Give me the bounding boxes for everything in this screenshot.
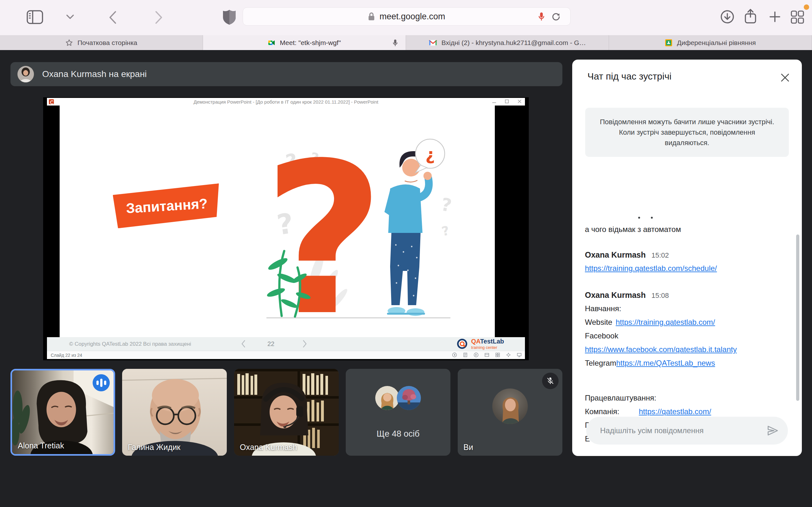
slide-statusbar: Слайд 22 из 24 bbox=[47, 351, 525, 359]
app-root: meet.google.com Початкова сторінка bbox=[0, 0, 812, 507]
tab-meet[interactable]: Meet: "etk-shjm-wgf" bbox=[203, 35, 406, 50]
speaking-indicator bbox=[93, 374, 110, 391]
tab-title: Вхідні (2) - khrystyna.huk2711@gmail.com… bbox=[442, 39, 586, 47]
chat-link[interactable]: https://training.qatestlab.com/schedule/ bbox=[585, 264, 717, 273]
sidebar-chevron-down-icon[interactable] bbox=[66, 14, 74, 19]
presenting-label: Oxana Kurmash на екрані bbox=[42, 69, 147, 79]
more-participants-label: Ще 48 осіб bbox=[346, 429, 450, 439]
status-reading-view-icon bbox=[506, 352, 511, 357]
message-label: Facebook bbox=[585, 331, 618, 341]
chat-link[interactable]: https://www.facebook.com/qatestlab.it.ta… bbox=[585, 345, 737, 354]
status-notes-icon bbox=[463, 352, 468, 357]
presenter-avatar bbox=[17, 66, 34, 82]
maximize-icon bbox=[505, 99, 509, 104]
avatar bbox=[375, 386, 399, 410]
audio-bar bbox=[96, 381, 99, 385]
lock-icon bbox=[368, 12, 375, 21]
more-participants-avatars bbox=[346, 386, 450, 410]
audio-bar bbox=[100, 379, 102, 387]
google-meet-icon bbox=[268, 39, 275, 47]
message-time: 15:02 bbox=[652, 251, 669, 260]
window-controls bbox=[492, 99, 522, 104]
screen-share-stage: Демонстрация PowerPoint - [До роботи в І… bbox=[43, 97, 529, 360]
author-name: Oxana Kurmash bbox=[585, 291, 646, 300]
status-next-icon bbox=[473, 352, 478, 357]
minimize-icon bbox=[492, 99, 496, 104]
qatestlab-logo-icon bbox=[456, 338, 468, 349]
self-muted-indicator bbox=[542, 373, 559, 389]
meet-bottom-bar: 15:08 etk-shjm-wgf 53 bbox=[0, 457, 812, 507]
svg-text:¿: ¿ bbox=[425, 145, 435, 164]
logo-text-sub: training center bbox=[471, 345, 504, 349]
message-label: Telegram bbox=[585, 358, 616, 368]
chat-input-container bbox=[586, 417, 788, 445]
message-line: Навчання: bbox=[585, 304, 621, 314]
message-label: Компанія: bbox=[585, 407, 639, 416]
mic-off-icon bbox=[546, 377, 554, 385]
share-icon[interactable] bbox=[744, 8, 757, 25]
tile-more-participants[interactable]: Ще 48 осіб bbox=[346, 369, 450, 456]
privacy-shield-icon[interactable] bbox=[222, 9, 237, 25]
reload-icon[interactable] bbox=[551, 12, 561, 22]
browser-toolbar: meet.google.com bbox=[0, 0, 812, 35]
slide-footer: © Copyrights QATestLab 2022 Всі права за… bbox=[47, 337, 525, 351]
send-message-button[interactable] bbox=[766, 424, 779, 437]
statusbar-icons bbox=[452, 352, 522, 357]
svg-text:?: ? bbox=[440, 194, 453, 216]
tab-classroom[interactable]: Диференціальні рівняння bbox=[609, 35, 812, 50]
star-icon bbox=[65, 39, 73, 47]
status-slide-sorter-icon bbox=[495, 352, 500, 357]
clipped-message-remnant bbox=[585, 214, 780, 221]
chat-scrollbar[interactable] bbox=[796, 234, 799, 401]
tile-self[interactable]: Ви bbox=[458, 369, 562, 456]
message-time: 15:08 bbox=[652, 291, 669, 300]
chat-close-button[interactable] bbox=[780, 72, 791, 83]
chat-link[interactable]: https://training.qatestlab.com/ bbox=[616, 318, 715, 327]
participant-name: Oxana Kurmash bbox=[240, 443, 297, 452]
slide-next-icon bbox=[303, 340, 307, 348]
logo-text-qa: QA bbox=[471, 338, 480, 345]
svg-text:?: ? bbox=[440, 223, 450, 239]
back-button[interactable] bbox=[108, 10, 117, 24]
tab-title: Початкова сторінка bbox=[78, 39, 137, 47]
audio-bar bbox=[104, 381, 106, 385]
powerpoint-window-title: Демонстрация PowerPoint - [До роботи в І… bbox=[47, 99, 525, 105]
gmail-icon bbox=[429, 39, 437, 46]
sidebar-toggle-icon[interactable] bbox=[27, 10, 43, 24]
author-name: Oxana Kurmash bbox=[585, 250, 646, 260]
url-bar[interactable]: meet.google.com bbox=[243, 7, 571, 26]
send-icon bbox=[766, 424, 779, 437]
downloads-icon[interactable] bbox=[720, 9, 734, 24]
chat-notice: Повідомлення можуть бачити лише учасники… bbox=[585, 108, 789, 157]
url-text: meet.google.com bbox=[379, 12, 445, 21]
chat-input[interactable] bbox=[600, 426, 766, 435]
qatestlab-logo: QATestLab training center bbox=[456, 338, 504, 349]
powerpoint-titlebar: Демонстрация PowerPoint - [До роботи в І… bbox=[47, 98, 525, 106]
message-label: Website bbox=[585, 318, 616, 327]
slide-page-number: 22 bbox=[261, 340, 281, 348]
tab-overview-icon[interactable] bbox=[791, 10, 804, 24]
tab-title: Meet: "etk-shjm-wgf" bbox=[280, 39, 341, 47]
tile-oxana-kurmash[interactable]: Oxana Kurmash bbox=[234, 369, 339, 456]
powerpoint-body: ? ? ? ? ? bbox=[47, 106, 525, 359]
chat-link[interactable]: https://t.me/QATestLab_news bbox=[616, 358, 715, 368]
svg-text:?: ? bbox=[263, 118, 385, 337]
new-tab-icon[interactable] bbox=[768, 10, 781, 23]
tab-mic-icon[interactable] bbox=[392, 39, 399, 47]
logo-text-testlab: TestLab bbox=[480, 338, 504, 345]
forward-button[interactable] bbox=[155, 10, 163, 24]
participant-name: Alona Tretiak bbox=[18, 441, 64, 450]
tab-start-page[interactable]: Початкова сторінка bbox=[0, 35, 203, 50]
tab-gmail[interactable]: Вхідні (2) - khrystyna.huk2711@gmail.com… bbox=[406, 35, 609, 50]
google-classroom-icon bbox=[665, 39, 672, 47]
slide-prev-icon bbox=[241, 340, 246, 348]
tab-audio-mic-icon[interactable] bbox=[537, 12, 546, 22]
message-author-row: Oxana Kurmash 15:08 bbox=[585, 291, 780, 300]
tile-alona-tretiak[interactable]: Alona Tretiak bbox=[10, 369, 115, 456]
tile-galyna-zhydyk[interactable]: Галина Жидик bbox=[122, 369, 227, 456]
status-normal-view-icon bbox=[484, 352, 490, 357]
close-window-icon bbox=[517, 99, 522, 104]
slide-banner-text: Запитання? bbox=[125, 195, 208, 216]
participant-name: Галина Жидик bbox=[128, 443, 181, 452]
chat-link[interactable]: https://qatestlab.com/ bbox=[639, 407, 711, 416]
